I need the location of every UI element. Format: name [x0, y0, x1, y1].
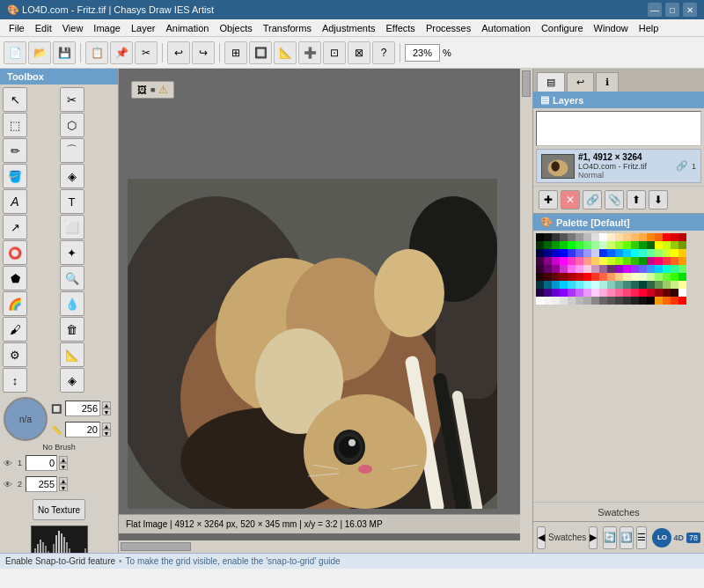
minimize-button[interactable]: — [648, 3, 662, 17]
palette-cell[interactable] [591, 233, 599, 241]
palette-cell[interactable] [678, 289, 686, 297]
palette-cell[interactable] [623, 297, 631, 305]
panel-tab-info[interactable]: ℹ [596, 72, 619, 92]
palette-cell[interactable] [583, 297, 591, 305]
palette-cell[interactable] [671, 241, 678, 249]
palette-cell[interactable] [631, 233, 639, 241]
layer-item[interactable]: #1, 4912 × 3264 LO4D.com - Fritz.tif Nor… [536, 149, 701, 183]
menu-file[interactable]: File [4, 21, 30, 35]
layer-clip-btn[interactable]: 📎 [605, 190, 624, 209]
palette-cell[interactable] [623, 281, 631, 289]
palette-cell[interactable] [576, 233, 583, 241]
palette-cell[interactable] [544, 233, 552, 241]
palette-cell[interactable] [623, 265, 631, 273]
palette-cell[interactable] [631, 265, 639, 273]
menu-automation[interactable]: Automation [476, 21, 536, 35]
palette-cell[interactable] [552, 241, 560, 249]
spin-up-3[interactable]: ▲ [59, 456, 68, 463]
num-field-20[interactable] [65, 422, 100, 437]
palette-cell[interactable] [591, 289, 599, 297]
palette-cell[interactable] [552, 289, 560, 297]
palette-cell[interactable] [623, 257, 631, 265]
palette-nav-right[interactable]: ▶ [589, 526, 598, 549]
palette-cell[interactable] [576, 273, 583, 281]
tool-measure[interactable]: 📐 [60, 342, 84, 367]
toolbar-paste[interactable]: 📌 [110, 41, 133, 64]
palette-cell[interactable] [599, 281, 607, 289]
palette-cell[interactable] [671, 281, 678, 289]
palette-cell[interactable] [671, 297, 678, 305]
palette-cell[interactable] [615, 233, 623, 241]
palette-cell[interactable] [560, 297, 568, 305]
palette-cell[interactable] [599, 257, 607, 265]
tool-transform[interactable]: ◈ [60, 368, 84, 393]
palette-cell[interactable] [599, 289, 607, 297]
scroll-bar[interactable] [520, 69, 532, 553]
toolbar-zoom-100[interactable]: ⊠ [348, 41, 370, 64]
palette-cell[interactable] [647, 241, 655, 249]
palette-cell[interactable] [655, 281, 663, 289]
layer-merge-btn[interactable]: 🔗 [583, 190, 602, 209]
tool-rect-select[interactable]: ⬚ [3, 113, 27, 137]
palette-cell[interactable] [655, 241, 663, 249]
tool-lasso[interactable]: ⬡ [60, 113, 84, 137]
tool-curve[interactable]: ⌒ [60, 138, 84, 163]
menu-transforms[interactable]: Transforms [258, 21, 317, 35]
palette-cell[interactable] [560, 281, 568, 289]
palette-cell[interactable] [568, 233, 576, 241]
palette-cell[interactable] [647, 257, 655, 265]
palette-cell[interactable] [678, 281, 686, 289]
tool-text[interactable]: A [3, 189, 27, 214]
palette-cell[interactable] [560, 273, 568, 281]
palette-cell[interactable] [607, 273, 615, 281]
palette-cell[interactable] [591, 249, 599, 257]
palette-cell[interactable] [583, 241, 591, 249]
palette-cell[interactable] [647, 233, 655, 241]
spin-down-2[interactable]: ▼ [102, 430, 111, 437]
menu-edit[interactable]: Edit [30, 21, 57, 35]
palette-cell[interactable] [663, 233, 671, 241]
layer-down-btn[interactable]: ⬇ [649, 190, 668, 209]
palette-cell[interactable] [655, 249, 663, 257]
palette-cell[interactable] [639, 265, 647, 273]
palette-cell[interactable] [544, 281, 552, 289]
texture-button[interactable]: No Texture [33, 499, 85, 520]
palette-nav-left[interactable]: ◀ [537, 526, 546, 549]
palette-cell[interactable] [639, 281, 647, 289]
palette-cell[interactable] [607, 289, 615, 297]
palette-cell[interactable] [536, 241, 544, 249]
palette-cell[interactable] [631, 241, 639, 249]
palette-cell[interactable] [576, 289, 583, 297]
toolbar-rulers[interactable]: 📐 [274, 41, 297, 64]
toolbar-guides[interactable]: ➕ [298, 41, 321, 64]
tool-select[interactable]: ↖ [3, 87, 27, 112]
num-field-255[interactable] [26, 476, 57, 492]
palette-cell[interactable] [623, 233, 631, 241]
palette-cell[interactable] [599, 297, 607, 305]
palette-cell[interactable] [552, 233, 560, 241]
palette-cell[interactable] [678, 241, 686, 249]
menu-layer[interactable]: Layer [126, 21, 161, 35]
palette-cell[interactable] [663, 257, 671, 265]
palette-cell[interactable] [544, 257, 552, 265]
palette-cell[interactable] [560, 241, 568, 249]
tool-cut[interactable]: ✂ [60, 87, 84, 112]
palette-cell[interactable] [663, 297, 671, 305]
palette-cell[interactable] [655, 297, 663, 305]
spin-up-2[interactable]: ▲ [102, 423, 111, 430]
palette-cell[interactable] [552, 265, 560, 273]
palette-cell[interactable] [671, 289, 678, 297]
spin-down-3[interactable]: ▼ [59, 463, 68, 470]
tool-zoom[interactable]: 🔍 [60, 266, 84, 290]
palette-cell[interactable] [631, 297, 639, 305]
palette-cell[interactable] [615, 297, 623, 305]
palette-cell[interactable] [599, 233, 607, 241]
palette-cell[interactable] [552, 257, 560, 265]
palette-cell[interactable] [583, 273, 591, 281]
palette-cell[interactable] [663, 281, 671, 289]
palette-cell[interactable] [576, 281, 583, 289]
hscroll-thumb[interactable] [121, 542, 191, 551]
palette-cell[interactable] [560, 233, 568, 241]
tool-brush[interactable]: 🖌 [3, 317, 27, 342]
palette-cell[interactable] [607, 265, 615, 273]
